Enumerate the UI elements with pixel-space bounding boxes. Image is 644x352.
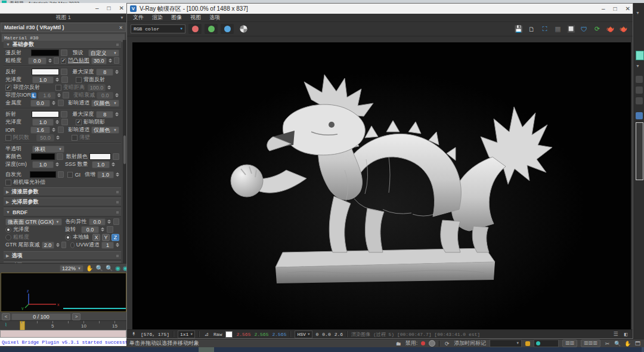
rollout-basic-params[interactable]: ▼ 基础参数 [4,40,121,49]
scrollbar-thumb[interactable] [123,135,126,164]
depth-field[interactable]: 1.0 [32,161,54,168]
spinner[interactable] [55,161,60,168]
spinner[interactable] [116,242,119,248]
update-refresh-icon[interactable]: ⟳ [593,24,602,33]
rollout-options[interactable]: ▶ 选项 [4,251,121,260]
max-depth-field[interactable]: 8 [96,69,113,76]
gi-checkbox[interactable] [67,172,73,178]
refract-affect-channels-dropdown[interactable]: 仅颜色▼ [91,126,119,134]
menu-image[interactable]: 图像 [171,14,182,21]
fog-map-button[interactable] [57,153,63,160]
pixel-probe-icon[interactable]: 🖈 [131,331,137,338]
refract-color-swatch[interactable] [32,111,59,118]
close-button[interactable]: ✕ [626,5,630,12]
render-preview-icon[interactable]: ◉ [115,264,120,272]
panel-button[interactable] [636,76,643,83]
reflect-color-swatch[interactable] [32,69,59,75]
roughness-field[interactable]: 0.0 [28,57,47,64]
spinner[interactable] [52,126,55,133]
rollout-sheen[interactable]: ▶ 光泽层参数 [4,197,121,206]
ior-map-button[interactable] [58,126,64,133]
anisotropy-map-button[interactable] [113,218,119,225]
selection-lock-icon[interactable]: 🖿 [395,340,402,347]
roughness-map-button[interactable] [54,57,60,64]
taskbar-active-app[interactable] [199,347,214,352]
current-frame-field[interactable]: 0 / 100 [11,313,71,320]
red-channel-button[interactable] [188,24,202,34]
affect-channels-dropdown[interactable]: 仅颜色▼ [91,100,119,107]
rotation-map-button[interactable] [107,226,113,233]
backside-checkbox[interactable] [76,77,82,83]
uvw-channel-field[interactable]: 1 [101,242,114,249]
grid-field[interactable] [534,339,559,347]
spinner[interactable] [55,76,60,83]
pan-hand-icon[interactable]: ✋ [86,264,93,272]
dim-distance-checkbox[interactable] [55,85,61,91]
spinner[interactable] [109,57,112,64]
maximize-button[interactable]: □ [614,5,617,12]
region-render-icon[interactable]: ⛶ [540,24,549,33]
camera-exposure-checkbox[interactable] [5,180,11,186]
minimize-button[interactable]: – [602,5,605,12]
minimize-button[interactable]: – [95,5,99,11]
metalness-field[interactable]: 0.0 [30,100,51,107]
uvw-channel-radio[interactable] [70,242,75,248]
axis-x-button[interactable]: X [92,234,100,241]
translucency-dropdown[interactable]: 体积▼ [32,146,64,153]
view-tab[interactable]: 视图 1 ▼ [0,14,126,22]
local-axis-radio[interactable] [65,234,71,240]
spinner[interactable] [52,100,55,106]
selfillum-color-swatch[interactable] [30,171,56,178]
panel-list-box[interactable] [636,122,643,180]
diffuse-color-swatch[interactable] [31,50,58,56]
menu-render[interactable]: 渲染 [152,14,163,21]
fog-color-swatch[interactable] [31,153,55,160]
toggle-circle-icon[interactable] [429,340,435,347]
render-canvas[interactable] [132,42,631,331]
thin-walled-checkbox[interactable] [72,135,78,141]
brdf-type-dropdown[interactable]: 微表面 GTR (GGX)▼ [5,218,62,226]
chevron-down-icon[interactable]: ▼ [120,16,124,20]
spinner[interactable] [56,242,60,248]
panel-button[interactable] [636,87,643,94]
panel-button[interactable] [636,97,643,104]
affect-shadows-checkbox[interactable]: ✓ [76,119,82,125]
time-slider[interactable] [20,321,25,331]
glossiness-field[interactable]: 1.0 [32,76,54,84]
zoom-magnifier-icon[interactable]: 🔍 [95,264,103,272]
stats-panel-icon[interactable]: ☰ [612,331,619,338]
refract-glossiness-map-button[interactable] [61,119,68,125]
spinner[interactable] [116,171,119,178]
spinner[interactable] [115,69,119,75]
time-tag-label[interactable]: 添加时间标记 [454,339,486,347]
rollout-coat[interactable]: ▶ 清漆层参数 [4,187,121,196]
reflect-map-button[interactable] [61,69,67,75]
prev-frame-button[interactable]: < [2,313,10,320]
axis-y-button[interactable]: Y [102,234,110,241]
spinner[interactable] [101,226,105,233]
maxscript-listener[interactable]: Quixel Bridge Plugin v5.3.1 started succ… [0,338,126,346]
scatter-map-button[interactable] [113,153,119,160]
refract-map-button[interactable] [61,111,67,118]
refract-max-depth-field[interactable]: 8 [96,111,113,118]
refract-glossiness-field[interactable]: 1.0 [32,119,54,126]
load-image-icon[interactable]: 🗋 [527,24,536,33]
refresh-icon[interactable]: ⟳ [444,340,450,347]
channel-dropdown[interactable]: RGB color▼ [131,24,185,33]
track-mouse-icon[interactable]: 🛡 [580,24,589,33]
fit-window-icon[interactable]: 🔲 [566,24,575,33]
bump-label[interactable]: 凹凸贴图 [68,57,89,64]
zoom-level-dropdown[interactable]: 122%▼ [60,265,83,272]
spinner[interactable] [55,119,60,125]
zoom-region-icon[interactable]: 🔍 [106,264,113,272]
preview-viewport[interactable]: z x y [1,273,126,312]
diffuse-map-button[interactable] [61,50,67,56]
bump-field[interactable]: 30.0 [91,57,107,64]
bump-checkbox[interactable]: ✓ [61,58,66,64]
axis-z-button[interactable]: Z [112,234,119,241]
windows-taskbar[interactable] [0,347,644,352]
status-button[interactable]: ▥▥ [562,339,577,347]
material-editor-titlebar[interactable]: – □ ✕ [0,3,126,14]
pixel-size-dropdown[interactable]: 1x1▼ [178,331,195,338]
preset-dropdown[interactable]: 自定义▼ [88,50,119,57]
